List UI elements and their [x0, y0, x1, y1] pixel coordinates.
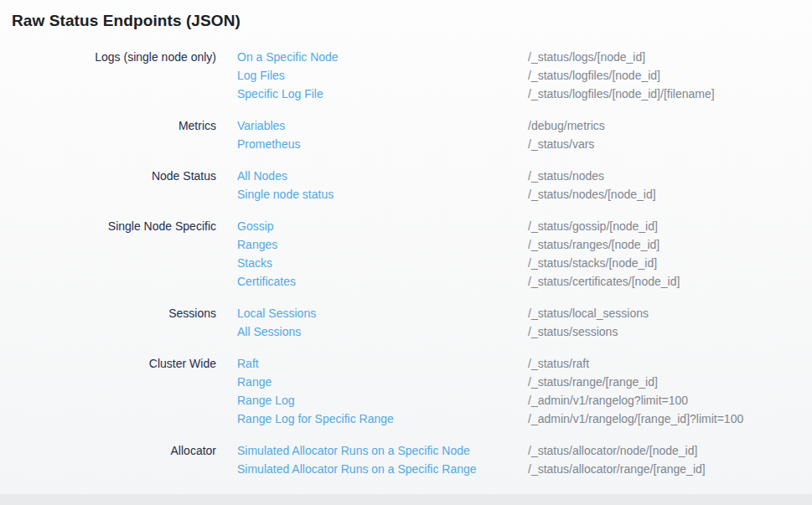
endpoint-link[interactable]: Ranges	[237, 235, 528, 254]
endpoint-link[interactable]: Range Log	[237, 391, 528, 410]
endpoint-link[interactable]: Range Log for Specific Range	[237, 410, 528, 428]
category-label: Sessions	[0, 304, 237, 341]
endpoint-link[interactable]: All Sessions	[237, 322, 528, 341]
endpoint-path: /_status/logfiles/[node_id]	[528, 66, 812, 85]
endpoints-column: /_status/local_sessions /_status/session…	[528, 304, 812, 341]
endpoints-table: Logs (single node only) On a Specific No…	[0, 48, 812, 478]
endpoint-path: /_status/nodes/[node_id]	[528, 185, 812, 204]
endpoint-path: /_status/range/[range_id]	[528, 373, 812, 391]
endpoint-link[interactable]: Single node status	[237, 185, 528, 204]
endpoint-section: Cluster Wide Raft Range Range Log Range …	[0, 354, 812, 428]
endpoint-link[interactable]: Range	[237, 373, 528, 391]
endpoint-section: Sessions Local Sessions All Sessions /_s…	[0, 304, 812, 341]
endpoint-path: /_status/logfiles/[node_id]/[filename]	[528, 85, 812, 103]
endpoints-column: /_status/gossip/[node_id] /_status/range…	[528, 217, 812, 291]
endpoint-section: Node Status All Nodes Single node status…	[0, 167, 812, 204]
endpoint-path: /debug/metrics	[528, 116, 812, 135]
links-column: All Nodes Single node status	[237, 167, 528, 204]
endpoint-path: /_status/local_sessions	[528, 304, 812, 322]
endpoint-path: /_status/certificates/[node_id]	[528, 272, 812, 291]
endpoint-path: /_status/raft	[528, 354, 812, 373]
category-label: Logs (single node only)	[0, 48, 237, 103]
category-label: Metrics	[0, 116, 237, 153]
endpoint-link[interactable]: All Nodes	[237, 167, 528, 185]
bottom-strip	[0, 494, 812, 505]
endpoint-path: /_admin/v1/rangelog?limit=100	[528, 391, 812, 410]
links-column: Variables Prometheus	[237, 116, 528, 153]
endpoint-path: /_status/logs/[node_id]	[528, 48, 812, 66]
endpoints-column: /_status/allocator/node/[node_id] /_stat…	[528, 441, 812, 478]
category-label: Node Status	[0, 167, 237, 204]
category-label: Allocator	[0, 441, 237, 478]
endpoint-path: /_status/ranges/[node_id]	[528, 235, 812, 254]
endpoint-section: Single Node Specific Gossip Ranges Stack…	[0, 217, 812, 291]
links-column: Simulated Allocator Runs on a Specific N…	[237, 441, 528, 478]
endpoint-path: /_admin/v1/rangelog/[range_id]?limit=100	[528, 410, 812, 428]
endpoint-section: Allocator Simulated Allocator Runs on a …	[0, 441, 812, 478]
endpoints-column: /_status/logs/[node_id] /_status/logfile…	[528, 48, 812, 103]
endpoint-link[interactable]: Gossip	[237, 217, 528, 235]
endpoint-section: Metrics Variables Prometheus /debug/metr…	[0, 116, 812, 153]
endpoint-section: Logs (single node only) On a Specific No…	[0, 48, 812, 103]
endpoint-path: /_status/allocator/range/[range_id]	[528, 460, 812, 478]
endpoint-link[interactable]: Simulated Allocator Runs on a Specific R…	[237, 460, 528, 478]
endpoint-path: /_status/vars	[528, 135, 812, 153]
endpoint-link[interactable]: Simulated Allocator Runs on a Specific N…	[237, 441, 528, 460]
links-column: On a Specific Node Log Files Specific Lo…	[237, 48, 528, 103]
endpoint-path: /_status/stacks/[node_id]	[528, 254, 812, 272]
debug-endpoints-page: Raw Status Endpoints (JSON) Logs (single…	[0, 0, 812, 494]
links-column: Raft Range Range Log Range Log for Speci…	[237, 354, 528, 428]
page-title: Raw Status Endpoints (JSON)	[0, 0, 812, 30]
endpoint-link[interactable]: Log Files	[237, 66, 528, 85]
endpoint-path: /_status/sessions	[528, 322, 812, 341]
category-label: Single Node Specific	[0, 217, 237, 291]
endpoint-link[interactable]: Specific Log File	[237, 85, 528, 103]
endpoint-path: /_status/allocator/node/[node_id]	[528, 441, 812, 460]
endpoint-link[interactable]: Prometheus	[237, 135, 528, 153]
links-column: Gossip Ranges Stacks Certificates	[237, 217, 528, 291]
endpoint-path: /_status/gossip/[node_id]	[528, 217, 812, 235]
endpoints-column: /_status/raft /_status/range/[range_id] …	[528, 354, 812, 428]
endpoint-path: /_status/nodes	[528, 167, 812, 185]
links-column: Local Sessions All Sessions	[237, 304, 528, 341]
category-label: Cluster Wide	[0, 354, 237, 428]
endpoint-link[interactable]: On a Specific Node	[237, 48, 528, 66]
endpoints-column: /debug/metrics /_status/vars	[528, 116, 812, 153]
endpoints-column: /_status/nodes /_status/nodes/[node_id]	[528, 167, 812, 204]
endpoint-link[interactable]: Raft	[237, 354, 528, 373]
endpoint-link[interactable]: Stacks	[237, 254, 528, 272]
endpoint-link[interactable]: Certificates	[237, 272, 528, 291]
endpoint-link[interactable]: Variables	[237, 116, 528, 135]
endpoint-link[interactable]: Local Sessions	[237, 304, 528, 322]
